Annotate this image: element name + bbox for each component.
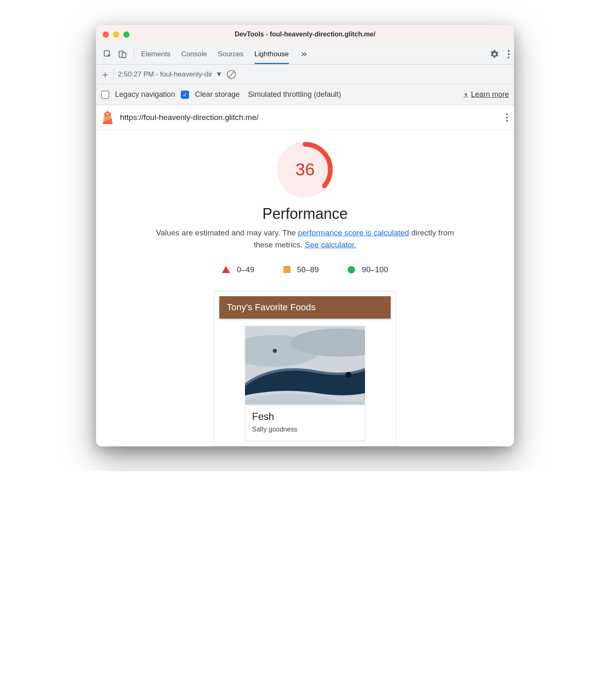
window-title: DevTools - foul-heavenly-direction.glitc… [96,31,514,38]
svg-point-11 [506,116,508,118]
square-icon [283,266,291,273]
tabs-overflow[interactable] [300,44,308,64]
triangle-icon [222,266,230,273]
settings-icon[interactable] [490,50,499,59]
lighthouse-toolbar: ＋ 2:50:27 PM - foul-heavenly-dir ▼ [96,65,514,84]
legend-average: 50–89 [283,265,319,274]
devtools-window: DevTools - foul-heavenly-direction.glitc… [96,25,514,446]
tab-console[interactable]: Console [181,44,207,64]
panel-tabs: Elements Console Sources Lighthouse [141,44,308,64]
learn-more-text: Learn more [471,90,509,99]
report-header: https://foul-heavenly-direction.glitch.m… [96,105,514,130]
more-menu-icon[interactable] [507,50,510,59]
preview-card: Fesh Salty goodness [245,405,365,441]
performance-score: 36 [277,141,333,198]
legend-fail: 0–49 [222,265,254,274]
page-screenshot-preview: Tony's Favorite Foods Fesh Salty go [214,291,396,446]
device-toolbar-icon[interactable] [117,48,128,60]
clear-storage-label: Clear storage [195,90,240,99]
svg-point-4 [508,53,509,55]
close-window-button[interactable] [103,31,109,38]
throttling-label: Simulated throttling (default) [248,90,341,99]
history-label: 2:50:27 PM - foul-heavenly-dir [118,70,212,79]
zoom-window-button[interactable] [123,31,130,38]
chevron-down-icon: ▼ [216,70,223,79]
legend-pass: 90–100 [348,265,388,274]
report-history-dropdown[interactable]: 2:50:27 PM - foul-heavenly-dir ▼ [118,70,223,79]
legend-pass-label: 90–100 [362,265,388,274]
window-controls [103,31,130,38]
tab-lighthouse[interactable]: Lighthouse [255,44,289,64]
clear-storage-checkbox[interactable]: ✓ [181,91,189,99]
minimize-window-button[interactable] [113,31,119,38]
score-legend: 0–49 50–89 90–100 [104,265,506,274]
legend-fail-label: 0–49 [237,265,254,274]
new-report-button[interactable]: ＋ [100,68,109,81]
svg-rect-7 [106,113,109,115]
legacy-nav-checkbox[interactable] [101,91,109,99]
legacy-nav-label: Legacy navigation [115,90,175,99]
circle-icon [348,266,355,273]
preview-image [245,326,365,405]
lighthouse-options: Legacy navigation ✓ Clear storage Simula… [96,84,514,105]
svg-point-19 [273,349,277,353]
perf-score-calc-link[interactable]: performance score is calculated [298,228,409,237]
preview-card-title: Fesh [252,411,358,422]
devtools-tabstrip: Elements Console Sources Lighthouse [96,44,514,65]
svg-point-12 [506,120,508,121]
performance-gauge: 36 [277,141,333,198]
svg-point-5 [508,56,509,58]
inspect-element-icon[interactable] [102,48,113,60]
report-body: 36 Performance Values are estimated and … [96,130,514,446]
svg-point-3 [508,50,509,51]
legend-avg-label: 50–89 [297,265,319,274]
clear-all-icon[interactable] [227,70,236,79]
learn-more-link[interactable]: ▼ Learn more [464,90,509,99]
chevron-down-icon: ▼ [464,92,468,98]
report-url: https://foul-heavenly-direction.glitch.m… [120,113,499,122]
svg-point-18 [346,372,351,378]
see-calculator-link[interactable]: See calculator. [305,240,356,249]
svg-point-10 [506,113,508,115]
svg-rect-2 [122,53,126,58]
preview-header: Tony's Favorite Foods [219,296,391,319]
category-title: Performance [104,205,506,223]
lighthouse-logo-icon [102,111,113,124]
divider [113,69,114,80]
category-description: Values are estimated and may vary. The p… [152,227,458,251]
tab-sources[interactable]: Sources [218,44,243,64]
tab-elements[interactable]: Elements [141,44,171,64]
desc-text: Values are estimated and may vary. The [156,228,298,237]
titlebar: DevTools - foul-heavenly-direction.glitc… [96,25,514,44]
divider [134,49,134,60]
report-menu-icon[interactable] [506,113,508,122]
preview-card-subtitle: Salty goodness [252,426,358,433]
